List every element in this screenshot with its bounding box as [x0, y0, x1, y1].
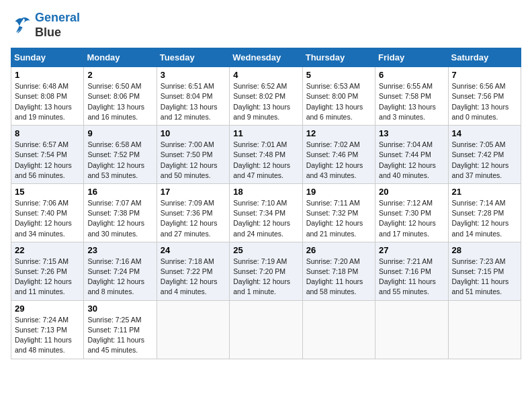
day-info: Sunrise: 7:00 AM Sunset: 7:50 PM Dayligh…	[161, 140, 226, 181]
calendar-cell: 7 Sunrise: 6:56 AM Sunset: 7:56 PM Dayli…	[448, 67, 521, 126]
calendar-body: 1 Sunrise: 6:48 AM Sunset: 8:08 PM Dayli…	[11, 67, 521, 359]
day-info: Sunrise: 6:56 AM Sunset: 7:56 PM Dayligh…	[452, 81, 517, 122]
day-info: Sunrise: 7:24 AM Sunset: 7:13 PM Dayligh…	[15, 315, 80, 356]
day-number: 19	[306, 187, 371, 197]
calendar-week-5: 29 Sunrise: 7:24 AM Sunset: 7:13 PM Dayl…	[11, 300, 521, 359]
day-number: 6	[379, 70, 444, 80]
calendar-week-3: 15 Sunrise: 7:06 AM Sunset: 7:40 PM Dayl…	[11, 183, 521, 242]
calendar-cell	[230, 300, 302, 359]
day-number: 28	[452, 245, 517, 255]
day-info: Sunrise: 7:05 AM Sunset: 7:42 PM Dayligh…	[452, 140, 517, 181]
day-info: Sunrise: 7:25 AM Sunset: 7:11 PM Dayligh…	[87, 315, 152, 356]
header-row: SundayMondayTuesdayWednesdayThursdayFrid…	[11, 48, 521, 67]
day-number: 11	[233, 128, 298, 138]
calendar-cell: 17 Sunrise: 7:09 AM Sunset: 7:36 PM Dayl…	[157, 183, 229, 242]
day-info: Sunrise: 7:14 AM Sunset: 7:28 PM Dayligh…	[452, 198, 517, 239]
calendar-cell: 24 Sunrise: 7:18 AM Sunset: 7:22 PM Dayl…	[157, 242, 229, 300]
calendar-table: SundayMondayTuesdayWednesdayThursdayFrid…	[11, 48, 521, 359]
day-number: 20	[379, 187, 444, 197]
day-number: 25	[233, 245, 298, 255]
calendar-cell: 12 Sunrise: 7:02 AM Sunset: 7:46 PM Dayl…	[302, 126, 375, 184]
day-number: 14	[452, 128, 517, 138]
calendar-week-1: 1 Sunrise: 6:48 AM Sunset: 8:08 PM Dayli…	[11, 67, 521, 126]
day-number: 7	[452, 70, 517, 80]
calendar-cell: 16 Sunrise: 7:07 AM Sunset: 7:38 PM Dayl…	[84, 183, 157, 242]
day-info: Sunrise: 6:55 AM Sunset: 7:58 PM Dayligh…	[379, 81, 444, 122]
calendar-cell: 4 Sunrise: 6:52 AM Sunset: 8:02 PM Dayli…	[230, 67, 302, 126]
day-number: 27	[379, 245, 444, 255]
day-number: 9	[87, 128, 152, 138]
day-info: Sunrise: 7:02 AM Sunset: 7:46 PM Dayligh…	[306, 140, 371, 181]
day-info: Sunrise: 6:58 AM Sunset: 7:52 PM Dayligh…	[87, 140, 152, 181]
calendar-cell: 2 Sunrise: 6:50 AM Sunset: 8:06 PM Dayli…	[84, 67, 157, 126]
day-number: 4	[233, 70, 298, 80]
day-info: Sunrise: 7:01 AM Sunset: 7:48 PM Dayligh…	[233, 140, 298, 181]
calendar-week-4: 22 Sunrise: 7:15 AM Sunset: 7:26 PM Dayl…	[11, 242, 521, 300]
day-number: 2	[87, 70, 152, 80]
day-header-sunday: Sunday	[11, 48, 84, 67]
calendar-cell: 5 Sunrise: 6:53 AM Sunset: 8:00 PM Dayli…	[302, 67, 375, 126]
day-header-saturday: Saturday	[448, 48, 521, 67]
day-number: 12	[306, 128, 371, 138]
calendar-cell: 28 Sunrise: 7:23 AM Sunset: 7:15 PM Dayl…	[448, 242, 521, 300]
day-number: 30	[87, 304, 152, 314]
day-info: Sunrise: 7:20 AM Sunset: 7:18 PM Dayligh…	[306, 257, 371, 298]
day-number: 21	[452, 187, 517, 197]
calendar-cell: 8 Sunrise: 6:57 AM Sunset: 7:54 PM Dayli…	[11, 126, 84, 184]
day-header-wednesday: Wednesday	[230, 48, 302, 67]
day-number: 10	[161, 128, 226, 138]
calendar-cell: 15 Sunrise: 7:06 AM Sunset: 7:40 PM Dayl…	[11, 183, 84, 242]
day-header-monday: Monday	[84, 48, 157, 67]
calendar-cell: 3 Sunrise: 6:51 AM Sunset: 8:04 PM Dayli…	[157, 67, 229, 126]
calendar-cell: 26 Sunrise: 7:20 AM Sunset: 7:18 PM Dayl…	[302, 242, 375, 300]
day-number: 17	[161, 187, 226, 197]
calendar-cell: 1 Sunrise: 6:48 AM Sunset: 8:08 PM Dayli…	[11, 67, 84, 126]
day-number: 5	[306, 70, 371, 80]
day-info: Sunrise: 7:06 AM Sunset: 7:40 PM Dayligh…	[15, 198, 80, 239]
calendar-cell: 29 Sunrise: 7:24 AM Sunset: 7:13 PM Dayl…	[11, 300, 84, 359]
day-info: Sunrise: 7:04 AM Sunset: 7:44 PM Dayligh…	[379, 140, 444, 181]
calendar-cell	[157, 300, 229, 359]
day-number: 3	[161, 70, 226, 80]
calendar-header: SundayMondayTuesdayWednesdayThursdayFrid…	[11, 48, 521, 67]
day-info: Sunrise: 7:21 AM Sunset: 7:16 PM Dayligh…	[379, 257, 444, 298]
calendar-cell: 18 Sunrise: 7:10 AM Sunset: 7:34 PM Dayl…	[230, 183, 302, 242]
calendar-cell: 23 Sunrise: 7:16 AM Sunset: 7:24 PM Dayl…	[84, 242, 157, 300]
day-header-tuesday: Tuesday	[157, 48, 229, 67]
day-number: 18	[233, 187, 298, 197]
day-info: Sunrise: 7:23 AM Sunset: 7:15 PM Dayligh…	[452, 257, 517, 298]
day-info: Sunrise: 7:19 AM Sunset: 7:20 PM Dayligh…	[233, 257, 298, 298]
calendar-cell	[448, 300, 521, 359]
day-info: Sunrise: 7:07 AM Sunset: 7:38 PM Dayligh…	[87, 198, 152, 239]
day-info: Sunrise: 7:15 AM Sunset: 7:26 PM Dayligh…	[15, 257, 80, 298]
calendar-cell: 14 Sunrise: 7:05 AM Sunset: 7:42 PM Dayl…	[448, 126, 521, 184]
calendar-cell: 20 Sunrise: 7:12 AM Sunset: 7:30 PM Dayl…	[375, 183, 448, 242]
calendar-cell: 13 Sunrise: 7:04 AM Sunset: 7:44 PM Dayl…	[375, 126, 448, 184]
day-number: 13	[379, 128, 444, 138]
day-number: 29	[15, 304, 80, 314]
day-number: 26	[306, 245, 371, 255]
day-number: 15	[15, 187, 80, 197]
logo-text: General Blue	[35, 11, 80, 40]
calendar-cell: 25 Sunrise: 7:19 AM Sunset: 7:20 PM Dayl…	[230, 242, 302, 300]
calendar-cell: 30 Sunrise: 7:25 AM Sunset: 7:11 PM Dayl…	[84, 300, 157, 359]
day-info: Sunrise: 7:09 AM Sunset: 7:36 PM Dayligh…	[161, 198, 226, 239]
day-info: Sunrise: 7:12 AM Sunset: 7:30 PM Dayligh…	[379, 198, 444, 239]
day-info: Sunrise: 6:48 AM Sunset: 8:08 PM Dayligh…	[15, 81, 80, 122]
day-header-thursday: Thursday	[302, 48, 375, 67]
day-info: Sunrise: 6:50 AM Sunset: 8:06 PM Dayligh…	[87, 81, 152, 122]
day-info: Sunrise: 7:16 AM Sunset: 7:24 PM Dayligh…	[87, 257, 152, 298]
day-number: 24	[161, 245, 226, 255]
day-info: Sunrise: 6:52 AM Sunset: 8:02 PM Dayligh…	[233, 81, 298, 122]
day-info: Sunrise: 7:18 AM Sunset: 7:22 PM Dayligh…	[161, 257, 226, 298]
day-info: Sunrise: 6:57 AM Sunset: 7:54 PM Dayligh…	[15, 140, 80, 181]
day-info: Sunrise: 6:51 AM Sunset: 8:04 PM Dayligh…	[161, 81, 226, 122]
logo-icon	[11, 16, 32, 35]
calendar-cell: 21 Sunrise: 7:14 AM Sunset: 7:28 PM Dayl…	[448, 183, 521, 242]
day-info: Sunrise: 6:53 AM Sunset: 8:00 PM Dayligh…	[306, 81, 371, 122]
calendar-cell: 19 Sunrise: 7:11 AM Sunset: 7:32 PM Dayl…	[302, 183, 375, 242]
calendar-cell: 10 Sunrise: 7:00 AM Sunset: 7:50 PM Dayl…	[157, 126, 229, 184]
calendar-cell: 6 Sunrise: 6:55 AM Sunset: 7:58 PM Dayli…	[375, 67, 448, 126]
page-header: General Blue	[11, 11, 521, 40]
day-number: 23	[87, 245, 152, 255]
